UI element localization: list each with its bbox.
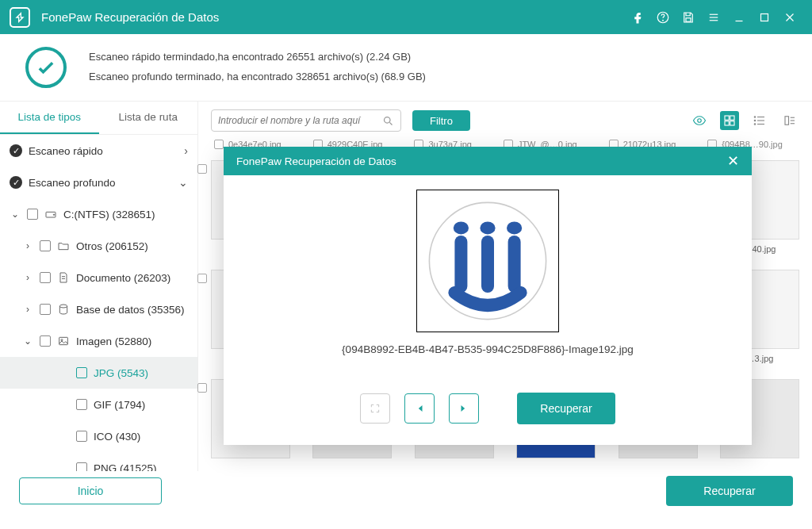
home-button[interactable]: Inicio <box>19 477 162 504</box>
svg-point-11 <box>53 214 54 215</box>
checkbox[interactable] <box>197 274 207 283</box>
svg-rect-35 <box>454 236 467 293</box>
checkbox[interactable] <box>76 431 87 442</box>
svg-rect-22 <box>725 121 729 125</box>
check-dot-icon: ✓ <box>10 176 22 189</box>
minimize-icon[interactable] <box>726 5 752 30</box>
tree-imagen[interactable]: ⌄ Imagen (52880) <box>0 325 197 357</box>
summary-line-1: Escaneo rápido termindado,ha encontrado … <box>89 48 426 67</box>
tree-imagen-label: Imagen (52880) <box>76 335 151 347</box>
filter-button[interactable]: Filtro <box>412 110 470 131</box>
chevron-right-icon: › <box>22 240 33 251</box>
search-icon <box>382 115 394 127</box>
svg-rect-15 <box>59 337 68 344</box>
svg-rect-7 <box>761 13 768 21</box>
tab-types[interactable]: Lista de tipos <box>0 102 99 134</box>
svg-line-18 <box>389 122 392 125</box>
prev-button[interactable] <box>404 393 435 424</box>
svg-point-40 <box>507 221 522 234</box>
tree-documento-label: Documento (26203) <box>76 272 170 284</box>
svg-rect-23 <box>730 121 734 125</box>
view-grid-icon[interactable] <box>720 111 739 130</box>
preview-toggle-icon[interactable] <box>690 111 709 130</box>
tree-gif[interactable]: GIF (1794) <box>0 389 197 420</box>
checkbox[interactable] <box>76 399 87 410</box>
tree-drive-label: C:(NTFS) (328651) <box>63 209 155 220</box>
checkbox[interactable] <box>27 209 38 220</box>
svg-point-39 <box>480 221 495 234</box>
image-icon <box>57 335 70 347</box>
view-list-icon[interactable] <box>750 111 769 130</box>
search-input-wrapper[interactable] <box>211 109 401 132</box>
tree-basedatos-label: Base de datos (35356) <box>76 304 185 316</box>
svg-rect-36 <box>481 236 494 293</box>
svg-rect-2 <box>686 17 691 21</box>
folder-icon <box>57 240 70 252</box>
tree-gif-label: GIF (1794) <box>94 399 145 411</box>
tree-jpg[interactable]: JPG (5543) <box>0 357 197 389</box>
menu-icon[interactable] <box>701 5 726 30</box>
chevron-down-icon: ⌄ <box>22 335 33 347</box>
tree-png-label: PNG (41525) <box>94 462 157 472</box>
help-icon[interactable] <box>650 5 676 30</box>
chevron-down-icon: ⌄ <box>178 176 188 189</box>
maximize-icon[interactable] <box>752 5 777 30</box>
check-icon <box>25 47 67 88</box>
svg-point-29 <box>754 124 756 125</box>
tab-path[interactable]: Lista de ruta <box>99 102 198 134</box>
document-icon <box>57 271 70 284</box>
svg-point-17 <box>385 117 391 123</box>
svg-rect-20 <box>725 116 729 120</box>
save-icon[interactable] <box>676 5 701 30</box>
app-title: FonePaw Recuperación de Datos <box>41 10 219 24</box>
sidebar: Lista de tipos Lista de ruta ✓ Escaneo r… <box>0 102 198 471</box>
tree-jpg-label: JPG (5543) <box>94 367 148 379</box>
svg-point-28 <box>754 120 756 121</box>
close-icon[interactable] <box>777 5 802 30</box>
section-quick-scan[interactable]: ✓ Escaneo rápido › <box>0 135 197 167</box>
next-button[interactable] <box>449 393 479 424</box>
footer: Inicio Recuperar <box>0 471 812 511</box>
svg-point-38 <box>454 221 469 234</box>
svg-rect-21 <box>730 116 734 120</box>
checkbox[interactable] <box>40 304 51 315</box>
modal-recover-button[interactable]: Recuperar <box>517 393 615 424</box>
checkbox[interactable] <box>197 164 207 174</box>
summary-line-2: Escaneo profundo terminado, ha encontrad… <box>89 67 426 87</box>
checkbox[interactable] <box>197 383 207 393</box>
modal-close-icon[interactable]: ✕ <box>727 152 739 170</box>
tree-ico[interactable]: ICO (430) <box>0 420 197 452</box>
tree-documento[interactable]: › Documento (26203) <box>0 262 197 293</box>
tree-otros[interactable]: › Otros (206152) <box>0 230 197 262</box>
tree-png[interactable]: PNG (41525) <box>0 452 197 471</box>
svg-rect-37 <box>508 236 521 293</box>
chevron-right-icon: › <box>22 272 33 283</box>
svg-point-1 <box>663 20 664 21</box>
view-detail-icon[interactable] <box>780 111 799 130</box>
chevron-down-icon: ⌄ <box>10 209 21 220</box>
fullscreen-button[interactable] <box>360 393 390 424</box>
search-input[interactable] <box>218 115 382 126</box>
chevron-right-icon: › <box>184 144 188 157</box>
scan-summary: Escaneo rápido termindado,ha encontrado … <box>0 34 812 102</box>
toolbar: Filtro <box>198 102 812 140</box>
tree-basedatos[interactable]: › Base de datos (35356) <box>0 293 197 325</box>
modal-title: FonePaw Recuperación de Datos <box>236 155 396 167</box>
facebook-icon[interactable] <box>625 5 650 30</box>
checkbox[interactable] <box>76 462 87 471</box>
tree-drive-c[interactable]: ⌄ C:(NTFS) (328651) <box>0 198 197 230</box>
checkbox[interactable] <box>214 140 224 149</box>
svg-rect-30 <box>785 117 789 125</box>
checkbox[interactable] <box>76 367 87 378</box>
preview-filename: {094B8992-EB4B-4B47-B535-994C25D8F886}-I… <box>342 343 634 355</box>
titlebar: FonePaw Recuperación de Datos <box>0 0 812 34</box>
recover-button[interactable]: Recuperar <box>666 476 793 506</box>
app-logo <box>10 7 30 28</box>
section-deep-scan[interactable]: ✓ Escaneo profundo ⌄ <box>0 167 197 198</box>
checkbox[interactable] <box>40 240 51 251</box>
database-icon <box>57 303 70 316</box>
checkbox[interactable] <box>40 335 51 347</box>
drive-icon <box>44 208 57 220</box>
checkbox[interactable] <box>40 272 51 283</box>
svg-point-14 <box>59 305 67 308</box>
